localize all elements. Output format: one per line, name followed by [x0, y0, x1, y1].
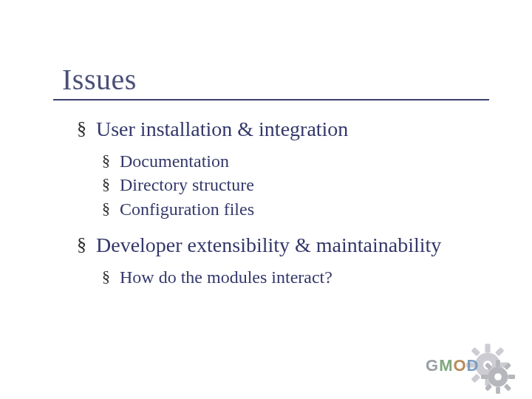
- svg-rect-5: [471, 347, 480, 357]
- svg-rect-12: [496, 386, 500, 394]
- svg-rect-11: [496, 360, 500, 367]
- slide-body: User installation & integration Document…: [77, 115, 491, 299]
- svg-rect-17: [485, 383, 492, 391]
- svg-rect-13: [481, 375, 488, 379]
- svg-point-19: [494, 373, 502, 381]
- bullet-item: User installation & integration Document…: [77, 115, 491, 221]
- sub-bullet-text: Configuration files: [120, 200, 254, 219]
- bullet-list: User installation & integration Document…: [77, 115, 491, 289]
- svg-rect-16: [504, 363, 511, 370]
- logo-letter-g: G: [426, 356, 439, 375]
- sub-bullet-text: How do the modules interact?: [120, 267, 332, 287]
- gmod-logo: GMOD: [423, 343, 519, 387]
- title-underline: [53, 99, 489, 100]
- logo-letter-o: O: [453, 356, 466, 375]
- bullet-item: Developer extensibility & maintainabilit…: [77, 231, 491, 289]
- sub-bullet-list: How do the modules interact?: [102, 265, 491, 289]
- svg-rect-18: [504, 383, 511, 391]
- sub-bullet-item: How do the modules interact?: [102, 265, 491, 289]
- slide-title: Issues: [62, 62, 137, 97]
- sub-bullet-item: Directory structure: [102, 173, 491, 197]
- logo-letter-m: M: [439, 356, 453, 375]
- sub-bullet-item: Configuration files: [102, 197, 491, 221]
- svg-rect-1: [485, 344, 490, 352]
- bullet-text: User installation & integration: [96, 117, 348, 140]
- svg-rect-6: [495, 347, 505, 357]
- sub-bullet-text: Directory structure: [120, 175, 254, 194]
- sub-bullet-item: Documentation: [102, 149, 491, 173]
- svg-rect-15: [485, 363, 492, 370]
- slide: Issues User installation & integration D…: [0, 0, 532, 399]
- logo-text: GMOD: [426, 356, 479, 375]
- svg-rect-14: [508, 375, 515, 379]
- logo-letter-d: D: [467, 356, 480, 375]
- sub-bullet-list: Documentation Directory structure Config…: [102, 149, 491, 221]
- sub-bullet-text: Documentation: [120, 151, 229, 171]
- gear-icon: [480, 359, 516, 395]
- bullet-text: Developer extensibility & maintainabilit…: [96, 233, 441, 256]
